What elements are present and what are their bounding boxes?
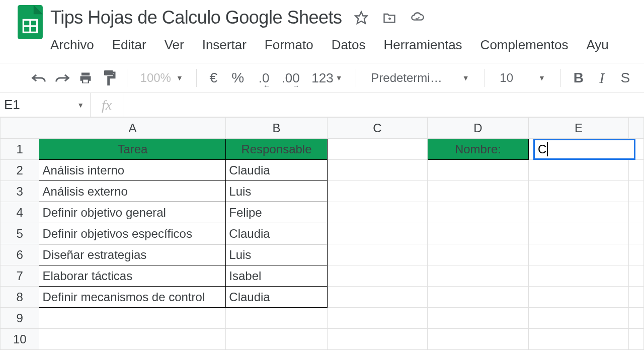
cell[interactable] <box>327 181 427 202</box>
cell[interactable] <box>428 244 529 265</box>
cell[interactable] <box>629 160 644 181</box>
row-header[interactable]: 3 <box>1 181 39 202</box>
cell[interactable] <box>528 265 628 287</box>
cell[interactable]: Definir objetivo general <box>39 202 226 223</box>
cell[interactable]: Responsable <box>226 139 327 160</box>
cell[interactable]: Claudia <box>226 160 327 181</box>
select-all-corner[interactable] <box>1 118 39 139</box>
cell[interactable] <box>629 244 644 265</box>
cell[interactable]: Claudia <box>226 223 327 244</box>
font-family-select[interactable]: Predetermi…▼ <box>365 71 475 85</box>
column-header[interactable]: C <box>327 118 427 139</box>
italic-button[interactable]: I <box>593 67 610 89</box>
menu-insert[interactable]: Insertar <box>193 34 256 56</box>
row-header[interactable]: 5 <box>1 223 39 244</box>
cell[interactable] <box>39 308 226 329</box>
cell[interactable]: Tarea <box>39 139 226 160</box>
cell[interactable]: Felipe <box>226 202 327 223</box>
cell[interactable] <box>327 223 427 244</box>
active-cell-editor[interactable]: C <box>533 139 635 160</box>
cell-reference[interactable]: E1▼ <box>0 93 91 117</box>
cell[interactable] <box>327 244 427 265</box>
menu-addons[interactable]: Complementos <box>471 34 578 56</box>
cell[interactable] <box>428 308 529 329</box>
zoom-select[interactable]: 100%▼ <box>136 71 187 85</box>
menu-tools[interactable]: Herramientas <box>375 34 471 56</box>
move-folder-icon[interactable] <box>382 11 396 25</box>
cell[interactable] <box>528 181 628 202</box>
menu-file[interactable]: Archivo <box>50 34 103 56</box>
column-header[interactable]: D <box>428 118 529 139</box>
cell[interactable]: Análisis interno <box>39 160 226 181</box>
cell[interactable]: Análisis externo <box>39 181 226 202</box>
cell[interactable] <box>327 329 427 350</box>
row-header[interactable]: 2 <box>1 160 39 181</box>
document-title[interactable]: Tips Hojas de Calculo Google Sheets <box>50 7 342 28</box>
cloud-status-icon[interactable] <box>411 11 425 25</box>
cell[interactable] <box>629 308 644 329</box>
paint-format-button[interactable] <box>100 67 117 89</box>
row-header[interactable]: 6 <box>1 244 39 265</box>
currency-button[interactable]: € <box>206 70 222 86</box>
cell[interactable] <box>629 329 644 350</box>
star-icon[interactable] <box>354 11 368 25</box>
cell[interactable]: Definir objetivos específicos <box>39 223 226 244</box>
sheets-logo[interactable] <box>16 4 44 40</box>
column-header[interactable]: E <box>528 118 628 139</box>
cell[interactable] <box>428 202 529 223</box>
cell[interactable] <box>629 202 644 223</box>
formula-input[interactable] <box>123 93 644 117</box>
cell[interactable] <box>327 202 427 223</box>
cell[interactable] <box>428 181 529 202</box>
number-format-button[interactable]: 123▼ <box>307 70 346 86</box>
cell[interactable] <box>528 287 628 308</box>
cell[interactable] <box>327 265 427 287</box>
increase-decimal-button[interactable]: .00→ <box>280 67 301 89</box>
menu-view[interactable]: Ver <box>155 34 193 56</box>
font-size-select[interactable]: 10▼ <box>494 71 551 85</box>
cell[interactable] <box>528 329 628 350</box>
cell[interactable] <box>39 329 226 350</box>
print-button[interactable] <box>77 67 94 89</box>
cell[interactable]: Diseñar estrategias <box>39 244 226 265</box>
cell[interactable] <box>226 329 327 350</box>
cell[interactable] <box>428 287 529 308</box>
column-header[interactable] <box>629 118 644 139</box>
cell[interactable] <box>629 223 644 244</box>
cell[interactable]: Definir mecanismos de control <box>39 287 226 308</box>
cell[interactable] <box>327 139 427 160</box>
row-header[interactable]: 7 <box>1 265 39 287</box>
cell[interactable] <box>528 202 628 223</box>
cell[interactable]: Elaborar tácticas <box>39 265 226 287</box>
cell[interactable]: Isabel <box>226 265 327 287</box>
row-header[interactable]: 1 <box>1 139 39 160</box>
column-header[interactable]: B <box>226 118 327 139</box>
cell[interactable] <box>327 160 427 181</box>
menu-format[interactable]: Formato <box>256 34 323 56</box>
row-header[interactable]: 9 <box>1 308 39 329</box>
row-header[interactable]: 4 <box>1 202 39 223</box>
cell[interactable] <box>528 308 628 329</box>
cell[interactable] <box>327 308 427 329</box>
row-header[interactable]: 8 <box>1 287 39 308</box>
menu-help[interactable]: Ayu <box>577 34 617 56</box>
cell[interactable] <box>629 181 644 202</box>
cell[interactable] <box>528 223 628 244</box>
undo-button[interactable] <box>30 67 47 89</box>
cell[interactable] <box>327 287 427 308</box>
cell[interactable] <box>428 160 529 181</box>
menu-data[interactable]: Datos <box>323 34 375 56</box>
menu-edit[interactable]: Editar <box>103 34 155 56</box>
cell[interactable]: Luis <box>226 244 327 265</box>
bold-button[interactable]: B <box>570 67 587 89</box>
strikethrough-button[interactable]: S <box>617 67 634 89</box>
cell[interactable]: Luis <box>226 181 327 202</box>
cell[interactable] <box>226 308 327 329</box>
cell[interactable] <box>629 287 644 308</box>
redo-button[interactable] <box>53 67 70 89</box>
cell[interactable] <box>528 160 628 181</box>
cell[interactable] <box>629 265 644 287</box>
cell[interactable] <box>528 244 628 265</box>
cell[interactable]: Claudia <box>226 287 327 308</box>
spreadsheet-grid[interactable]: A B C D E 1 Tarea Responsable Nombre: 2 … <box>0 117 644 350</box>
